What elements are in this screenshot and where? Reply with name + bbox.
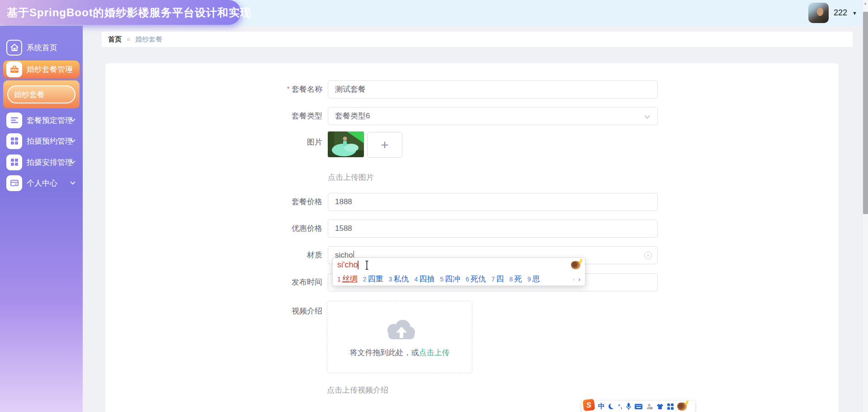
image-label: 图片 bbox=[105, 133, 322, 151]
moon-icon[interactable] bbox=[609, 403, 614, 409]
ime-toolbar: S 中 °, bbox=[581, 401, 695, 412]
user-menu[interactable]: 222 ▼ bbox=[808, 3, 857, 23]
ime-composition: si'cho bbox=[337, 260, 358, 270]
ime-candidate[interactable]: 1丝绸 bbox=[337, 274, 358, 284]
breadcrumb: 首页 ≡ 婚纱套餐 bbox=[102, 32, 853, 47]
discount-price-value: 1588 bbox=[335, 224, 352, 233]
ime-emoji-icon[interactable] bbox=[571, 261, 580, 269]
cloud-upload-icon bbox=[382, 318, 417, 342]
ime-prev-page-icon[interactable]: ‹ bbox=[573, 275, 575, 283]
drop-zone-text: 将文件拖到此处，或点击上传 bbox=[327, 347, 472, 358]
sidebar-subitem-label: 婚纱套餐 bbox=[14, 89, 45, 100]
sidebar-item-label: 系统首页 bbox=[27, 42, 57, 53]
package-type-select[interactable]: 套餐类型6 bbox=[328, 107, 658, 125]
ime-paging: ‹ › bbox=[573, 275, 580, 283]
top-bar: 基于SpringBoot的婚纱影楼服务平台设计和实现 222 ▼ bbox=[0, 0, 868, 26]
breadcrumb-current: 婚纱套餐 bbox=[135, 35, 162, 44]
scroll-up-arrow-icon[interactable]: ▲ bbox=[863, 1, 868, 5]
chinese-mode-icon[interactable]: 中 bbox=[598, 402, 605, 411]
user-avatar[interactable] bbox=[808, 3, 829, 23]
user-name: 222 bbox=[834, 8, 847, 18]
id-card-icon bbox=[6, 175, 22, 191]
sidebar-item-home[interactable]: 系统首页 bbox=[0, 38, 83, 56]
package-type-label: 套餐类型 bbox=[105, 107, 322, 125]
sidebar-item-personal-center[interactable]: 个人中心 bbox=[0, 174, 83, 192]
sidebar-subitem-wedding-package[interactable]: 婚纱套餐 bbox=[7, 85, 75, 103]
discount-price-input[interactable]: 1588 bbox=[328, 220, 658, 238]
ime-candidate-row: 1丝绸 2四重 3私仇 4四抽 5四冲 6死仇 7四 8死 9思 ‹ › bbox=[333, 272, 585, 286]
form-card: *套餐名称 测试套餐 套餐类型 套餐类型6 图片 + 点击上 bbox=[105, 63, 839, 412]
grid-icon bbox=[6, 133, 22, 149]
keyboard-icon[interactable] bbox=[635, 404, 642, 409]
package-type-value: 套餐类型6 bbox=[335, 112, 370, 120]
home-icon bbox=[6, 40, 22, 56]
chevron-down-icon bbox=[644, 113, 650, 119]
sidebar-item-label: 套餐预定管理 bbox=[27, 115, 73, 126]
sidebar-submenu: 婚纱套餐 bbox=[3, 80, 80, 108]
ime-candidate[interactable]: 4四抽 bbox=[414, 274, 434, 284]
video-drop-zone[interactable]: 将文件拖到此处，或点击上传 bbox=[327, 301, 472, 373]
ime-candidate[interactable]: 6死仇 bbox=[466, 274, 486, 284]
package-price-input[interactable]: 1888 bbox=[328, 193, 658, 211]
skin-icon[interactable] bbox=[656, 403, 664, 410]
sidebar: 系统首页 婚纱套餐管理 婚纱套餐 bbox=[0, 26, 83, 412]
material-label: 材质 bbox=[105, 246, 322, 264]
briefcase-icon bbox=[6, 61, 22, 77]
drop-text: 将文件拖到此处，或 bbox=[350, 348, 419, 357]
scrollbar[interactable]: ▲ bbox=[862, 0, 868, 412]
ime-candidate[interactable]: 5四冲 bbox=[440, 274, 460, 284]
video-intro-label: 视频介绍 bbox=[105, 305, 322, 317]
sidebar-item-label: 婚纱套餐管理 bbox=[27, 64, 73, 75]
breadcrumb-home[interactable]: 首页 bbox=[108, 35, 122, 44]
app-title: 基于SpringBoot的婚纱影楼服务平台设计和实现 bbox=[0, 0, 241, 25]
sidebar-item-label: 拍摄预约管理 bbox=[27, 136, 73, 146]
package-name-label: *套餐名称 bbox=[105, 80, 322, 98]
sidebar-item-package-management[interactable]: 婚纱套餐管理 bbox=[3, 61, 80, 78]
package-name-input[interactable]: 测试套餐 bbox=[328, 80, 658, 98]
app-window: 基于SpringBoot的婚纱影楼服务平台设计和实现 222 ▼ 系统首页 bbox=[0, 0, 868, 412]
list-icon bbox=[6, 112, 22, 128]
sogou-logo-icon[interactable]: S bbox=[583, 399, 595, 411]
ime-next-page-icon[interactable]: › bbox=[578, 275, 580, 283]
sidebar-item-booking-management[interactable]: 套餐预定管理 bbox=[0, 111, 83, 129]
ime-candidate[interactable]: 7四 bbox=[491, 274, 504, 284]
ime-composition-row: si'cho bbox=[333, 258, 585, 272]
add-image-button[interactable]: + bbox=[367, 132, 402, 158]
discount-price-label: 优惠价格 bbox=[105, 220, 322, 238]
publish-time-label: 发布时间 bbox=[105, 273, 322, 291]
package-price-label: 套餐价格 bbox=[105, 193, 322, 211]
sidebar-item-shoot-schedule[interactable]: 拍摄安排管理 bbox=[0, 153, 83, 171]
ime-candidate-window: si'cho 1丝绸 2四重 3私仇 4四抽 5四冲 6死仇 7四 8死 9思 … bbox=[332, 258, 585, 286]
chevron-down-icon bbox=[70, 179, 75, 184]
uploaded-image-thumbnail[interactable] bbox=[328, 131, 364, 157]
scrollbar-thumb[interactable] bbox=[863, 12, 868, 214]
image-upload-hint: 点击上传图片 bbox=[328, 172, 374, 183]
ime-candidate[interactable]: 9思 bbox=[527, 274, 540, 284]
ime-candidate[interactable]: 3私仇 bbox=[389, 274, 409, 284]
video-upload-hint: 点击上传视频介绍 bbox=[327, 385, 388, 395]
package-name-value: 测试套餐 bbox=[335, 85, 366, 94]
clear-input-icon[interactable]: × bbox=[644, 252, 652, 259]
grid-icon bbox=[6, 154, 22, 170]
breadcrumb-separator-icon: ≡ bbox=[127, 36, 130, 43]
caret-down-icon: ▼ bbox=[852, 10, 857, 16]
upload-link[interactable]: 点击上传 bbox=[419, 348, 450, 357]
ime-caret bbox=[358, 261, 359, 269]
required-mark: * bbox=[287, 85, 290, 93]
ime-candidate[interactable]: 2四重 bbox=[363, 274, 383, 284]
text-cursor-icon bbox=[364, 260, 370, 270]
package-price-value: 1888 bbox=[335, 197, 352, 206]
punctuation-icon[interactable]: °, bbox=[618, 403, 623, 410]
ime-candidate[interactable]: 8死 bbox=[509, 274, 522, 284]
sidebar-item-label: 个人中心 bbox=[27, 178, 57, 188]
emoji-icon[interactable] bbox=[677, 403, 687, 411]
app-title-banner: 基于SpringBoot的婚纱影楼服务平台设计和实现 bbox=[0, 0, 241, 25]
toolbox-grid-icon[interactable] bbox=[667, 403, 674, 410]
microphone-icon[interactable] bbox=[626, 403, 631, 410]
plus-icon: + bbox=[381, 137, 389, 153]
sidebar-item-shoot-appointment[interactable]: 拍摄预约管理 bbox=[0, 132, 83, 150]
account-icon[interactable] bbox=[646, 403, 653, 410]
sidebar-item-label: 拍摄安排管理 bbox=[27, 157, 73, 168]
